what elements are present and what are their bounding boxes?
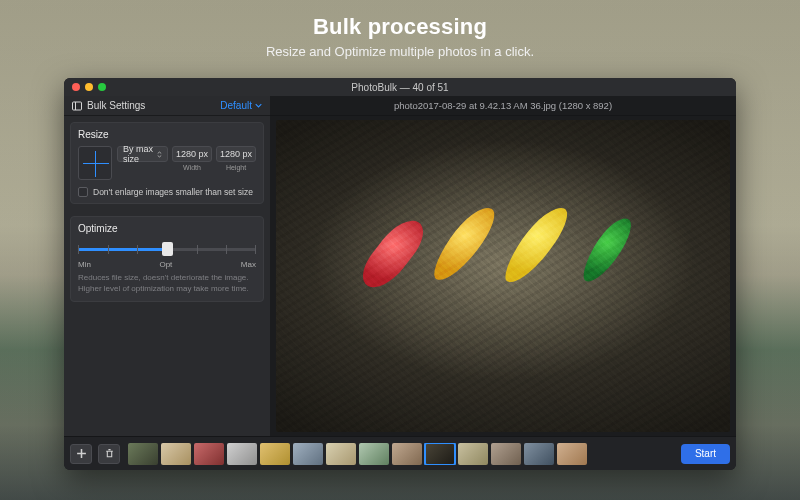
start-button[interactable]: Start bbox=[681, 444, 730, 464]
sidebar-title: Bulk Settings bbox=[87, 100, 145, 111]
chevron-down-icon bbox=[255, 102, 262, 109]
resize-panel: Resize By max size 1280 px bbox=[70, 122, 264, 204]
thumbnail[interactable] bbox=[458, 443, 488, 465]
panel-icon bbox=[72, 101, 82, 111]
checkbox-icon[interactable] bbox=[78, 187, 88, 197]
thumbnail[interactable] bbox=[161, 443, 191, 465]
thumbnail[interactable] bbox=[425, 443, 455, 465]
slider-max: Max bbox=[241, 260, 256, 269]
thumbnail[interactable] bbox=[227, 443, 257, 465]
no-enlarge-label: Don't enlarge images smaller than set si… bbox=[93, 187, 253, 197]
resize-title: Resize bbox=[78, 129, 256, 140]
leaf-green bbox=[576, 214, 638, 286]
resize-mode-dropdown[interactable]: By max size bbox=[117, 146, 168, 162]
leaf-red bbox=[353, 214, 433, 294]
resize-mode-icon[interactable] bbox=[78, 146, 112, 180]
optimize-hint: Reduces file size, doesn't deteriorate t… bbox=[78, 273, 256, 295]
optimize-title: Optimize bbox=[78, 223, 256, 234]
thumbnail-strip[interactable] bbox=[126, 443, 675, 465]
thumbnail[interactable] bbox=[128, 443, 158, 465]
titlebar[interactable]: PhotoBulk — 40 of 51 bbox=[64, 78, 736, 96]
start-label: Start bbox=[695, 448, 716, 459]
thumbnail[interactable] bbox=[359, 443, 389, 465]
preview-image[interactable] bbox=[276, 120, 730, 432]
delete-button[interactable] bbox=[98, 444, 120, 464]
window-body: Bulk Settings Default Resize bbox=[64, 96, 736, 436]
preset-dropdown[interactable]: Default bbox=[220, 100, 262, 111]
updown-icon bbox=[157, 150, 162, 159]
resize-mode-value: By max size bbox=[123, 144, 157, 164]
hero: Bulk processing Resize and Optimize mult… bbox=[0, 0, 800, 59]
no-enlarge-row[interactable]: Don't enlarge images smaller than set si… bbox=[78, 187, 256, 197]
hero-subtitle: Resize and Optimize multiple photos in a… bbox=[0, 44, 800, 59]
thumbnail[interactable] bbox=[392, 443, 422, 465]
slider-opt: Opt bbox=[159, 260, 172, 269]
optimize-slider[interactable] bbox=[78, 240, 256, 258]
hero-title: Bulk processing bbox=[0, 14, 800, 40]
bottom-bar: Start bbox=[64, 436, 736, 470]
slider-thumb[interactable] bbox=[162, 242, 173, 256]
thumbnail[interactable] bbox=[293, 443, 323, 465]
thumbnail[interactable] bbox=[491, 443, 521, 465]
thumbnail[interactable] bbox=[557, 443, 587, 465]
thumbnail[interactable] bbox=[524, 443, 554, 465]
leaf-yellow-2 bbox=[497, 202, 576, 287]
optimize-panel: Optimize Min Opt bbox=[70, 216, 264, 302]
slider-labels: Min Opt Max bbox=[78, 260, 256, 269]
thumbnail[interactable] bbox=[194, 443, 224, 465]
height-input[interactable]: 1280 px bbox=[216, 146, 256, 162]
height-label: Height bbox=[226, 164, 246, 171]
trash-icon bbox=[104, 448, 115, 459]
preset-label: Default bbox=[220, 100, 252, 111]
thumbnail[interactable] bbox=[326, 443, 356, 465]
svg-rect-0 bbox=[73, 102, 82, 110]
width-label: Width bbox=[183, 164, 201, 171]
window-title: PhotoBulk — 40 of 51 bbox=[64, 82, 736, 93]
promo-background: Bulk processing Resize and Optimize mult… bbox=[0, 0, 800, 500]
sidebar: Bulk Settings Default Resize bbox=[64, 96, 270, 436]
preview-filename: photo2017-08-29 at 9.42.13 AM 36.jpg (12… bbox=[270, 96, 736, 116]
preview-pane: photo2017-08-29 at 9.42.13 AM 36.jpg (12… bbox=[270, 96, 736, 436]
width-input[interactable]: 1280 px bbox=[172, 146, 212, 162]
add-button[interactable] bbox=[70, 444, 92, 464]
slider-min: Min bbox=[78, 260, 91, 269]
leaf-yellow-1 bbox=[425, 202, 502, 286]
thumbnail[interactable] bbox=[260, 443, 290, 465]
plus-icon bbox=[76, 448, 87, 459]
app-window: PhotoBulk — 40 of 51 Bulk Settings Defau… bbox=[64, 78, 736, 470]
sidebar-header: Bulk Settings Default bbox=[64, 96, 270, 116]
